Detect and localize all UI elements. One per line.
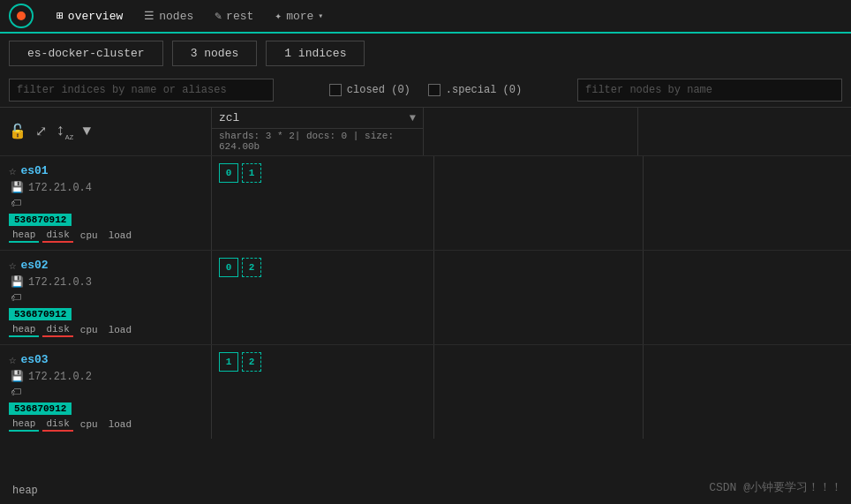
nodes-count-button[interactable]: 3 nodes [172,41,258,66]
cpu-metric-es01[interactable]: cpu [77,229,102,242]
node-name-row-es02: ☆ es02 [9,258,202,273]
empty-cell-es01-3 [644,156,851,250]
rest-icon: ✎ [215,9,222,23]
disk-metric-es03[interactable]: disk [42,417,72,432]
node-metrics-row-es01: heap disk cpu load [9,229,202,243]
checkbox-group: closed (0) .special (0) [282,84,569,96]
more-icon: ✦ [275,9,282,23]
node-info-es03: ☆ es03 💾 172.21.0.2 🏷 536870912 heap dis… [0,345,212,439]
shard-replica-es03-2[interactable]: 2 [242,352,261,372]
nav-more[interactable]: ✦ more ▾ [264,0,334,33]
star-icon-es01[interactable]: ☆ [9,163,16,178]
empty-cell-es01-2 [434,156,643,250]
nav-rest[interactable]: ✎ rest [204,0,264,33]
filter-dropdown-icon[interactable]: ▼ [82,124,91,139]
node-id-badge-es03: 536870912 [9,402,72,415]
node-tag-row-es01: 🏷 [9,197,202,210]
special-checkbox[interactable] [428,84,441,96]
shard-cell-es02-zcl: 0 2 [212,251,434,344]
app-logo [9,4,34,28]
filter-row: closed (0) .special (0) [0,73,851,107]
nav-nodes[interactable]: ☰ nodes [133,0,204,33]
node-metrics-row-es02: heap disk cpu load [9,323,202,337]
cluster-name-button[interactable]: es-docker-cluster [9,41,163,66]
disk-icon-es02: 💾 [11,275,24,289]
lock-icon[interactable]: 🔓 [9,123,26,140]
special-checkbox-label[interactable]: .special (0) [428,84,522,96]
node-id-badge-es02: 536870912 [9,308,72,320]
svg-point-1 [17,11,26,20]
node-ip-row-es02: 💾 172.21.0.3 [9,275,202,289]
empty-col-2 [424,108,638,155]
tag-icon-es01: 🏷 [11,198,21,210]
node-name-row-es03: ☆ es03 [9,352,202,367]
node-col-header: 🔓 ⤢ ↕AZ ▼ [0,108,212,155]
disk-metric-es01[interactable]: disk [42,229,72,243]
topnav: ⊞ overview ☰ nodes ✎ rest ✦ more ▾ [0,0,851,34]
shard-primary-es02-0[interactable]: 0 [219,258,238,277]
shard-replica-es01-1[interactable]: 1 [242,163,261,183]
shard-primary-es03-1[interactable]: 1 [219,352,238,372]
expand-icon[interactable]: ⤢ [35,123,47,140]
filter-indices-input[interactable] [9,79,274,102]
overview-icon: ⊞ [56,9,64,23]
nav-overview[interactable]: ⊞ overview [46,0,133,33]
closed-checkbox-label[interactable]: closed (0) [329,84,410,96]
filter-nodes-input[interactable] [577,79,842,102]
node-id-badge-es01: 536870912 [9,214,72,226]
load-metric-es02[interactable]: load [105,324,135,336]
node-row-es03: ☆ es03 💾 172.21.0.2 🏷 536870912 heap dis… [0,344,851,439]
heap-metric-es02[interactable]: heap [9,323,39,337]
node-row-es02: ☆ es02 💾 172.21.0.3 🏷 536870912 heap dis… [0,250,851,344]
indices-count-button[interactable]: 1 indices [266,41,365,66]
index-col-header-zcl: zcl ▼ shards: 3 * 2| docs: 0 | size: 624… [212,108,424,155]
star-icon-es03[interactable]: ☆ [9,352,16,367]
shard-replica-es02-2[interactable]: 2 [242,258,261,277]
tag-icon-es03: 🏷 [11,387,21,399]
tag-icon-es02: 🏷 [11,292,21,305]
disk-icon-es03: 💾 [11,370,24,383]
closed-checkbox[interactable] [329,84,342,96]
empty-cell-es03-3 [644,345,851,439]
main-table: 🔓 ⤢ ↕AZ ▼ zcl ▼ shards: 3 * 2| docs: 0 |… [0,107,851,439]
star-icon-es02[interactable]: ☆ [9,258,16,273]
empty-cell-es02-3 [644,251,851,344]
empty-col-3 [638,108,852,155]
node-ip-row-es03: 💾 172.21.0.2 [9,370,202,383]
shard-cell-es03-zcl: 1 2 [212,345,434,439]
load-metric-es03[interactable]: load [105,418,135,431]
disk-icon-es01: 💾 [11,181,24,194]
node-info-es02: ☆ es02 💾 172.21.0.3 🏷 536870912 heap dis… [0,251,212,344]
watermark: CSDN @小钟要学习！！！ [709,479,842,495]
node-row-es01: ☆ es01 💾 172.21.0.4 🏷 536870912 heap dis… [0,155,851,250]
shard-cell-es01-zcl: 0 1 [212,156,434,250]
nodes-icon: ☰ [144,9,154,23]
heap-metric-es01[interactable]: heap [9,229,39,243]
node-tag-row-es03: 🏷 [9,386,202,399]
load-metric-es01[interactable]: load [105,229,135,242]
node-tag-row-es02: 🏷 [9,291,202,305]
node-ip-row-es01: 💾 172.21.0.4 [9,181,202,194]
heap-bottom-label: heap [12,485,38,497]
table-header-row: 🔓 ⤢ ↕AZ ▼ zcl ▼ shards: 3 * 2| docs: 0 |… [0,107,851,155]
index-chevron-icon[interactable]: ▼ [410,112,416,124]
more-arrow-icon: ▾ [318,11,323,21]
node-info-es01: ☆ es01 💾 172.21.0.4 🏷 536870912 heap dis… [0,156,212,250]
cluster-bar: es-docker-cluster 3 nodes 1 indices [0,34,851,73]
empty-cell-es03-2 [434,345,643,439]
index-header-top: zcl ▼ [212,108,423,129]
cpu-metric-es02[interactable]: cpu [77,324,102,336]
heap-metric-es03[interactable]: heap [9,417,39,432]
empty-cell-es02-2 [434,251,643,344]
shard-primary-es01-0[interactable]: 0 [219,163,238,183]
disk-metric-es02[interactable]: disk [42,323,72,337]
cpu-metric-es03[interactable]: cpu [77,418,102,431]
sort-alpha-icon[interactable]: ↕AZ [56,122,73,141]
node-metrics-row-es03: heap disk cpu load [9,417,202,432]
node-name-row-es01: ☆ es01 [9,163,202,178]
